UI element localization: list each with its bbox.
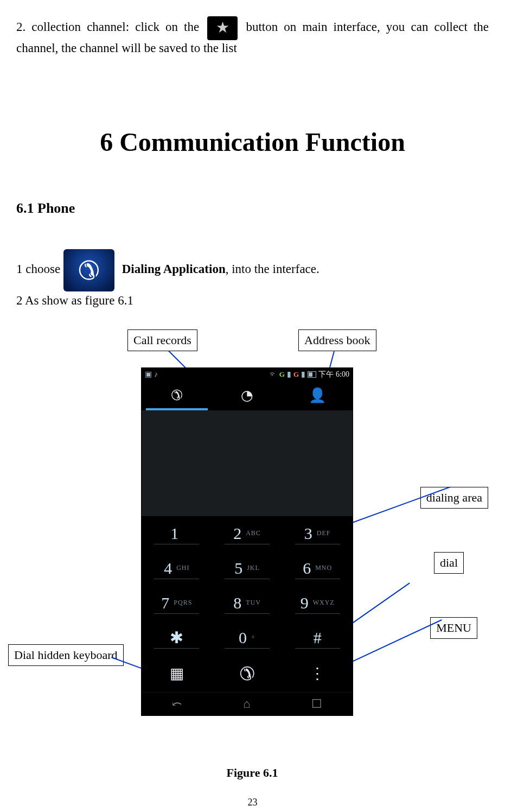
key-3[interactable]: 3DEF [282,516,353,551]
dial-button[interactable]: ✆ [212,655,283,692]
star-icon [207,16,238,40]
step1-app: Dialing Application [122,262,226,276]
phone-screenshot: ▣ ♪ ᯤ G ▮ G ▮ 下午 6:00 ✆ ◔ [141,367,353,716]
clock-prefix: 下午 [318,370,334,379]
system-nav: ⤺ ⌂ ☐ [142,692,353,715]
tab-phone[interactable]: ✆ [142,381,212,410]
wifi-icon: ᯤ [270,370,277,379]
signal-g1: G [279,370,285,379]
number-display[interactable] [142,410,353,516]
key-2[interactable]: 2ABC [212,516,283,551]
tab-contacts[interactable]: 👤 [282,381,353,410]
person-icon: 👤 [309,387,326,404]
handset-icon: ✆ [240,663,255,684]
dialpad: 1 2ABC 3DEF 4GHI 5JKL 6MNO 7PQRS 8TUV 9W… [142,516,353,655]
page-number: 23 [0,797,505,808]
status-bar: ▣ ♪ ᯤ G ▮ G ▮ 下午 6:00 [142,368,353,381]
dialing-app-icon: ✆ [63,249,114,291]
home-icon[interactable]: ⌂ [243,697,250,711]
key-0[interactable]: 0+ [212,620,283,655]
clock-time: 6:00 [336,370,349,379]
signal-g2: G [293,370,299,379]
callout-dial: dial [434,552,464,574]
key-7[interactable]: 7PQRS [142,586,212,620]
figure-caption: Figure 6.1 [16,766,488,780]
tab-bar: ✆ ◔ 👤 [142,381,353,410]
battery-icon [308,371,316,378]
callout-hidden-keyboard: Dial hidden keyboard [8,644,124,666]
callout-dialing-area: dialing area [420,487,488,509]
signal-bars1-icon: ▮ [287,370,291,379]
tab-recents[interactable]: ◔ [212,381,283,410]
grid-icon: ▦ [170,664,184,682]
step1-prefix: 1 choose [16,262,63,276]
kebab-icon: ⋮ [310,664,325,682]
key-star[interactable]: ✱ [142,620,212,655]
notif-icon: ♪ [154,370,158,379]
handset-icon: ✆ [78,255,100,286]
step1: 1 choose ✆ Dialing Application, into the… [16,249,489,291]
figure-zone: Call records Address book dialing area d… [16,329,488,780]
callout-address-book: Address book [298,329,376,351]
key-1[interactable]: 1 [142,516,212,551]
key-8[interactable]: 8TUV [212,586,283,620]
recents-icon[interactable]: ☐ [311,697,322,711]
toggle-dialpad-button[interactable]: ▦ [142,655,212,692]
key-hash[interactable]: # [282,620,353,655]
action-row: ▦ ✆ ⋮ [142,655,353,692]
menu-button[interactable]: ⋮ [282,655,353,692]
key-4[interactable]: 4GHI [142,551,212,586]
chapter-title: 6 Communication Function [16,127,489,157]
key-5[interactable]: 5JKL [212,551,283,586]
clock-icon: ◔ [241,387,253,404]
alarm-icon: ▣ [145,370,152,379]
section-heading: 6.1 Phone [16,200,489,217]
callout-menu: MENU [430,617,477,639]
signal-bars2-icon: ▮ [301,370,305,379]
para-prefix: 2. collection channel: click on the [16,20,205,34]
back-icon[interactable]: ⤺ [172,697,182,711]
key-6[interactable]: 6MNO [282,551,353,586]
callout-call-records: Call records [127,329,197,351]
collection-channel-paragraph: 2. collection channel: click on the butt… [16,16,489,56]
key-9[interactable]: 9WXYZ [282,586,353,620]
handset-icon: ✆ [171,387,183,404]
step2: 2 As show as figure 6.1 [16,294,489,308]
step1-suffix: , into the interface. [226,262,319,276]
